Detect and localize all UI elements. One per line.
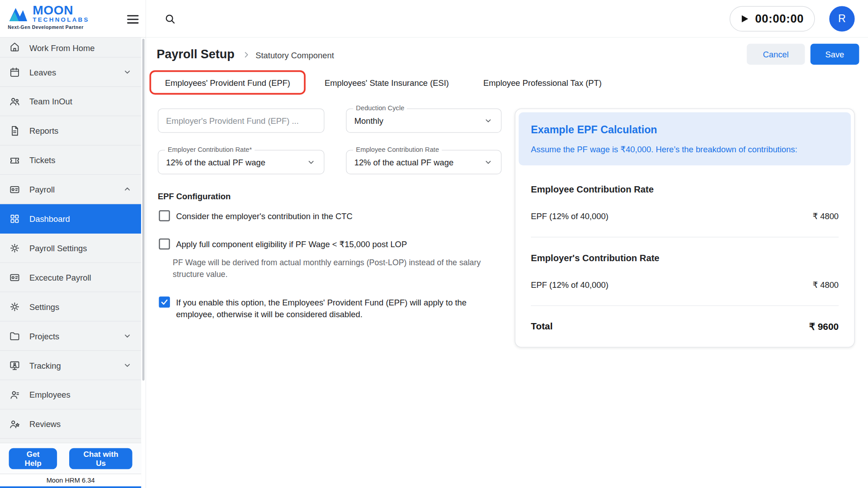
tab-label: Employees' Provident Fund (EPF) [165, 78, 290, 87]
team-icon [9, 95, 21, 107]
gear-icon [9, 242, 21, 254]
employer-contribution-row: Employer's Contribution Rate EPF (12% of… [531, 237, 839, 306]
sidebar-item-label: Payroll [29, 184, 55, 194]
sidebar-item-projects[interactable]: Projects [0, 321, 141, 351]
play-icon[interactable] [741, 14, 749, 23]
brand-subname: TECHNOLABS [33, 16, 89, 23]
checkbox-ctc[interactable] [159, 210, 170, 221]
calendar-icon [9, 66, 21, 78]
ticket-icon [9, 154, 21, 166]
tab-pt[interactable]: Employee Professional Tax (PT) [468, 70, 618, 95]
checkbox-eligibility[interactable] [159, 239, 170, 249]
timer-widget[interactable]: 00:00:00 [730, 6, 815, 31]
sidebar-item-label: Tracking [29, 361, 61, 370]
search-icon[interactable] [164, 13, 176, 25]
sidebar-item-payroll[interactable]: Payroll [0, 175, 141, 204]
brand-name: MOON [33, 4, 89, 16]
sidebar-item-label: Excecute Payroll [29, 272, 91, 282]
deduction-cycle-select[interactable]: Deduction Cycle Monthly [346, 108, 501, 133]
folder-icon [9, 330, 21, 342]
employer-rate-label: Employer Contribution Rate* [165, 145, 255, 153]
example-epf-card: Example EPF Calculation Assume the PF wa… [515, 108, 855, 347]
breadcrumb: Statutory Component [255, 50, 334, 60]
total-row: Total ₹ 9600 [531, 306, 839, 347]
sidebar-item-dashboard[interactable]: Dashboard [0, 204, 141, 234]
example-epf-card-header: Example EPF Calculation Assume the PF wa… [519, 113, 851, 166]
topbar: 00:00:00 R [146, 0, 868, 38]
tab-label: Employee Professional Tax (PT) [483, 78, 602, 87]
deduction-cycle-value: Monthly [354, 116, 383, 126]
row-amount: ₹ 4800 [812, 211, 839, 221]
example-card-title: Example EPF Calculation [531, 124, 839, 136]
example-card-body: Employee Contribution Rate EPF (12% of 4… [515, 169, 854, 347]
sidebar-item-tickets[interactable]: Tickets [0, 145, 141, 175]
sidebar-item-tracking[interactable]: Tracking [0, 351, 141, 380]
tab-label: Employees' State Insurance (ESI) [325, 78, 449, 87]
sidebar-item-employees[interactable]: Employees [0, 380, 141, 409]
total-amount: ₹ 9600 [809, 321, 839, 333]
sidebar-item-label: Tickets [29, 155, 55, 164]
save-button[interactable]: Save [810, 44, 859, 65]
home-icon [9, 41, 21, 53]
sidebar-item-payroll-settings[interactable]: Payroll Settings [0, 234, 141, 263]
epf-configuration-heading: EPF Configuration [158, 192, 231, 201]
person-star-icon [9, 418, 21, 430]
epf-name-field[interactable] [158, 108, 325, 133]
chevron-down-icon [123, 331, 132, 341]
sidebar-menu: Work From Home Leaves Team InOut Reports… [0, 38, 141, 441]
monitor-icon [9, 359, 21, 371]
gear-icon [9, 301, 21, 313]
tab-esi[interactable]: Employees' State Insurance (ESI) [309, 70, 465, 95]
employee-rate-select[interactable]: Employee Contribution Rate 12% of the ac… [346, 150, 501, 174]
tab-bar: Employees' Provident Fund (EPF) Employee… [150, 70, 618, 95]
employer-rate-value: 12% of the actual PF wage [166, 157, 265, 167]
example-card-subtitle: Assume the PF wage is ₹40,000. Here’s th… [531, 145, 839, 155]
sidebar-item-label: Projects [29, 331, 59, 341]
sidebar-item-settings[interactable]: Settings [0, 292, 141, 322]
epf-name-input[interactable] [166, 116, 316, 126]
scrollbar-thumb[interactable] [142, 39, 145, 381]
chevron-down-icon [483, 157, 493, 167]
document-icon [9, 125, 21, 136]
sidebar-item-reviews[interactable]: Reviews [0, 409, 141, 439]
row-heading: Employee Contribution Rate [531, 184, 839, 195]
payroll-card-icon [9, 183, 21, 195]
dashboard-grid-icon [9, 213, 21, 225]
employer-rate-select[interactable]: Employer Contribution Rate* 12% of the a… [158, 150, 325, 174]
checkbox-enable-epf[interactable] [159, 296, 170, 307]
chevron-right-icon [241, 50, 251, 60]
total-label: Total [531, 321, 552, 333]
sidebar-footer: Get Help Chat with Us [0, 443, 141, 474]
sidebar-item-label: Reviews [29, 419, 61, 429]
sidebar-header: MOON TECHNOLABS Next-Gen Development Par… [0, 0, 146, 38]
chevron-down-icon [123, 360, 132, 370]
checkbox-row-eligibility: Apply full component eligibility if PF W… [159, 239, 407, 250]
deduction-cycle-label: Deduction Cycle [353, 104, 407, 112]
checkbox-label: Apply full component eligibility if PF W… [176, 239, 407, 250]
row-heading: Employer's Contribution Rate [531, 253, 839, 263]
sidebar-item-label: Settings [29, 302, 59, 311]
main-content: 00:00:00 R Payroll Setup Statutory Compo… [146, 0, 868, 488]
sidebar-item-team-inout[interactable]: Team InOut [0, 87, 141, 116]
payroll-card-icon [9, 272, 21, 283]
checkbox-row-enable-epf: If you enable this option, the Employees… [159, 296, 475, 319]
menu-icon[interactable] [126, 12, 140, 25]
sidebar: MOON TECHNOLABS Next-Gen Development Par… [0, 0, 146, 488]
cancel-button[interactable]: Cancel [747, 44, 805, 65]
sidebar-item-label: Team InOut [29, 97, 72, 106]
tab-epf[interactable]: Employees' Provident Fund (EPF) [150, 70, 306, 95]
chevron-down-icon [306, 157, 316, 167]
sidebar-item-reports[interactable]: Reports [0, 116, 141, 145]
timer-value: 00:00:00 [755, 12, 804, 25]
logo: MOON TECHNOLABS Next-Gen Development Par… [8, 4, 89, 30]
avatar[interactable]: R [829, 6, 854, 31]
sidebar-scrollbar [141, 38, 146, 488]
page-title: Payroll Setup [157, 47, 235, 61]
sidebar-item-leaves[interactable]: Leaves [0, 57, 141, 87]
sidebar-item-label: Work From Home [29, 43, 95, 53]
sidebar-item-work-from-home[interactable]: Work From Home [0, 38, 141, 57]
chat-with-us-button[interactable]: Chat with Us [70, 448, 132, 469]
get-help-button[interactable]: Get Help [9, 448, 57, 469]
chevron-down-icon [123, 67, 132, 77]
sidebar-item-execute-payroll[interactable]: Excecute Payroll [0, 263, 141, 292]
